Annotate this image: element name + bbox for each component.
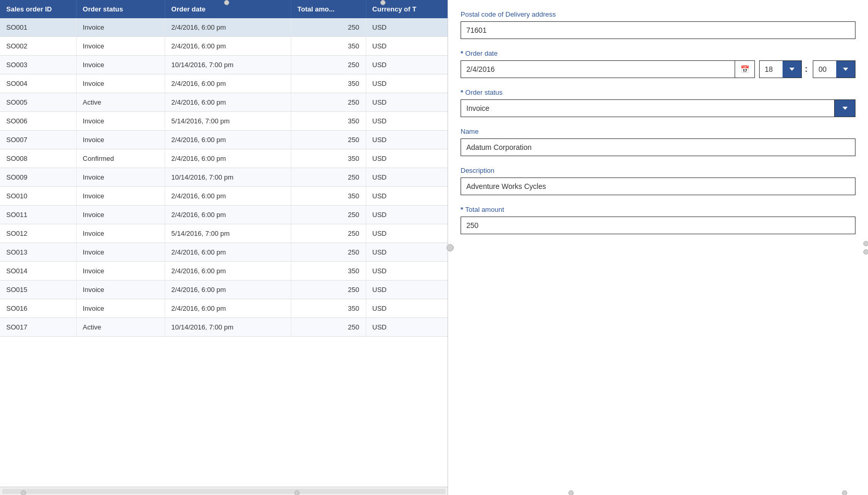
table-row[interactable]: SO015Invoice2/4/2016, 6:00 pm250USD [0,281,448,299]
table-cell-2: 2/4/2016, 6:00 pm [165,18,291,37]
table-row[interactable]: SO014Invoice2/4/2016, 6:00 pm350USD [0,262,448,281]
order-status-label: * Order status [461,88,855,96]
table-cell-0: SO007 [0,131,76,149]
table-scroll-area[interactable]: Sales order ID Order status Order date T… [0,0,448,487]
time-separator: : [804,60,809,78]
table-cell-0: SO011 [0,206,76,224]
table-row[interactable]: SO011Invoice2/4/2016, 6:00 pm250USD [0,206,448,224]
resize-dot-v-bottom[interactable] [863,249,868,255]
table-cell-2: 5/14/2016, 7:00 pm [165,224,291,243]
table-cell-4: USD [366,224,448,243]
table-cell-3: 250 [291,131,366,149]
table-cell-1: Invoice [76,262,165,281]
table-cell-1: Active [76,318,165,337]
bottom-dot-center-right[interactable] [568,490,574,495]
table-row[interactable]: SO005Active2/4/2016, 6:00 pm250USD [0,93,448,112]
table-row[interactable]: SO004Invoice2/4/2016, 6:00 pm350USD [0,74,448,93]
total-amount-input[interactable] [461,217,855,234]
table-cell-0: SO010 [0,187,76,206]
table-row[interactable]: SO010Invoice2/4/2016, 6:00 pm350USD [0,187,448,206]
table-cell-4: USD [366,18,448,37]
table-cell-4: USD [366,74,448,93]
table-cell-1: Invoice [76,299,165,318]
table-row[interactable]: SO017Active10/14/2016, 7:00 pm250USD [0,318,448,337]
calendar-icon: 📅 [740,65,749,73]
table-row[interactable]: SO007Invoice2/4/2016, 6:00 pm250USD [0,131,448,149]
table-cell-0: SO012 [0,224,76,243]
bottom-dot-center-left[interactable] [294,490,300,495]
table-row[interactable]: SO001Invoice2/4/2016, 6:00 pm250USD [0,18,448,37]
table-cell-1: Invoice [76,37,165,56]
bottom-resize-handles [0,491,868,495]
table-cell-2: 2/4/2016, 6:00 pm [165,149,291,168]
table-cell-4: USD [366,168,448,187]
table-row[interactable]: SO009Invoice10/14/2016, 7:00 pm250USD [0,168,448,187]
resize-dot-right[interactable] [380,0,386,5]
table-cell-0: SO016 [0,299,76,318]
table-cell-4: USD [366,112,448,131]
table-cell-4: USD [366,149,448,168]
description-label: Description [461,167,855,174]
table-cell-1: Active [76,93,165,112]
hour-dropdown-button[interactable] [783,61,801,78]
order-date-input[interactable] [461,61,735,78]
sales-orders-table: Sales order ID Order status Order date T… [0,0,448,337]
table-cell-4: USD [366,299,448,318]
table-row[interactable]: SO002Invoice2/4/2016, 6:00 pm350USD [0,37,448,56]
table-cell-2: 2/4/2016, 6:00 pm [165,206,291,224]
table-row[interactable]: SO016Invoice2/4/2016, 6:00 pm350USD [0,299,448,318]
order-status-dropdown-button[interactable] [834,100,855,117]
table-cell-2: 2/4/2016, 6:00 pm [165,131,291,149]
table-cell-3: 250 [291,243,366,262]
postal-code-field: Postal code of Delivery address [461,10,855,39]
table-row[interactable]: SO012Invoice5/14/2016, 7:00 pm250USD [0,224,448,243]
right-resize-handle[interactable] [864,237,868,258]
table-cell-4: USD [366,187,448,206]
table-row[interactable]: SO013Invoice2/4/2016, 6:00 pm250USD [0,243,448,262]
table-cell-4: USD [366,318,448,337]
total-amount-field: * Total amount [461,206,855,234]
order-date-label: * Order date [461,49,855,57]
table-cell-2: 2/4/2016, 6:00 pm [165,243,291,262]
description-field: Description [461,167,855,195]
calendar-button[interactable]: 📅 [735,61,754,78]
table-cell-3: 250 [291,206,366,224]
minute-dropdown-button[interactable] [836,61,855,78]
chevron-down-icon-3 [842,107,848,110]
table-cell-3: 350 [291,149,366,168]
col-header-status: Order status [76,0,165,18]
table-cell-1: Confirmed [76,149,165,168]
date-input-group: 📅 [461,60,755,78]
chevron-down-icon [789,68,795,71]
table-cell-3: 350 [291,262,366,281]
col-header-id: Sales order ID [0,0,76,18]
table-cell-4: USD [366,243,448,262]
middle-resize-handle[interactable] [447,244,454,251]
table-cell-2: 2/4/2016, 6:00 pm [165,299,291,318]
table-cell-2: 2/4/2016, 6:00 pm [165,74,291,93]
order-status-field: * Order status Invoice [461,88,855,117]
bottom-dot-left[interactable] [21,490,26,495]
table-row[interactable]: SO003Invoice10/14/2016, 7:00 pm250USD [0,56,448,74]
table-cell-1: Invoice [76,187,165,206]
description-input[interactable] [461,177,855,195]
postal-code-input[interactable] [461,21,855,39]
table-cell-3: 250 [291,93,366,112]
table-row[interactable]: SO006Invoice5/14/2016, 7:00 pm350USD [0,112,448,131]
resize-dot-v-top[interactable] [863,241,868,246]
resize-dot-left[interactable] [224,0,229,5]
table-row[interactable]: SO008Confirmed2/4/2016, 6:00 pm350USD [0,149,448,168]
postal-code-label: Postal code of Delivery address [461,10,855,18]
name-input[interactable] [461,138,855,156]
chevron-down-icon-2 [843,68,848,71]
table-cell-0: SO014 [0,262,76,281]
table-cell-3: 350 [291,187,366,206]
table-cell-3: 350 [291,299,366,318]
order-status-dropdown: Invoice [461,99,855,117]
table-cell-4: USD [366,262,448,281]
table-cell-1: Invoice [76,224,165,243]
table-cell-2: 2/4/2016, 6:00 pm [165,281,291,299]
bottom-dot-right[interactable] [842,490,847,495]
table-cell-4: USD [366,281,448,299]
table-cell-1: Invoice [76,131,165,149]
